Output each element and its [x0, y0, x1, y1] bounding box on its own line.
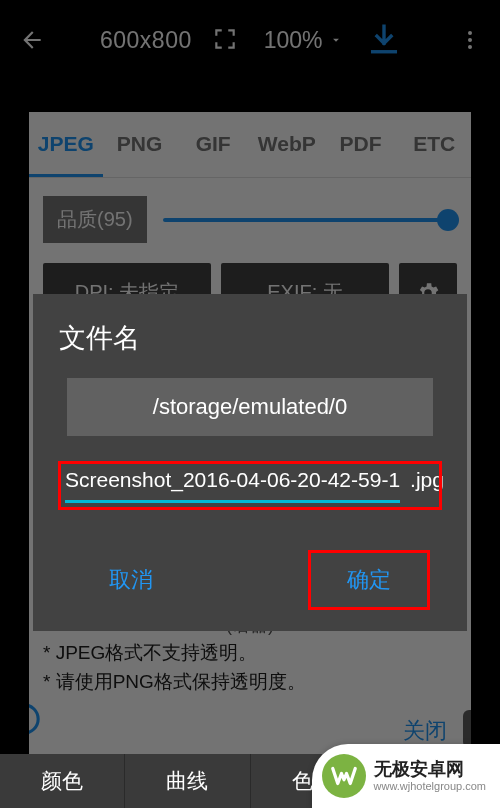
filename-input[interactable]: Screenshot_2016-04-06-20-42-59-1	[65, 468, 400, 503]
logo-w-icon	[329, 761, 359, 791]
tab-curve[interactable]: 曲线	[125, 754, 250, 808]
site-watermark: 无极安卓网 www.wjhotelgroup.com	[312, 744, 501, 808]
filename-dialog: 文件名 /storage/emulated/0 Screenshot_2016-…	[33, 294, 467, 631]
watermark-title: 无极安卓网	[374, 759, 487, 780]
save-path[interactable]: /storage/emulated/0	[67, 378, 433, 436]
confirm-button[interactable]: 确定	[309, 551, 429, 609]
tab-color[interactable]: 颜色	[0, 754, 125, 808]
watermark-url: www.wjhotelgroup.com	[374, 780, 487, 793]
cancel-button[interactable]: 取消	[71, 551, 191, 609]
dialog-title: 文件名	[59, 320, 441, 356]
filename-row: Screenshot_2016-04-06-20-42-59-1 .jpg	[59, 462, 441, 509]
watermark-logo	[322, 754, 366, 798]
file-extension: .jpg	[410, 468, 444, 492]
